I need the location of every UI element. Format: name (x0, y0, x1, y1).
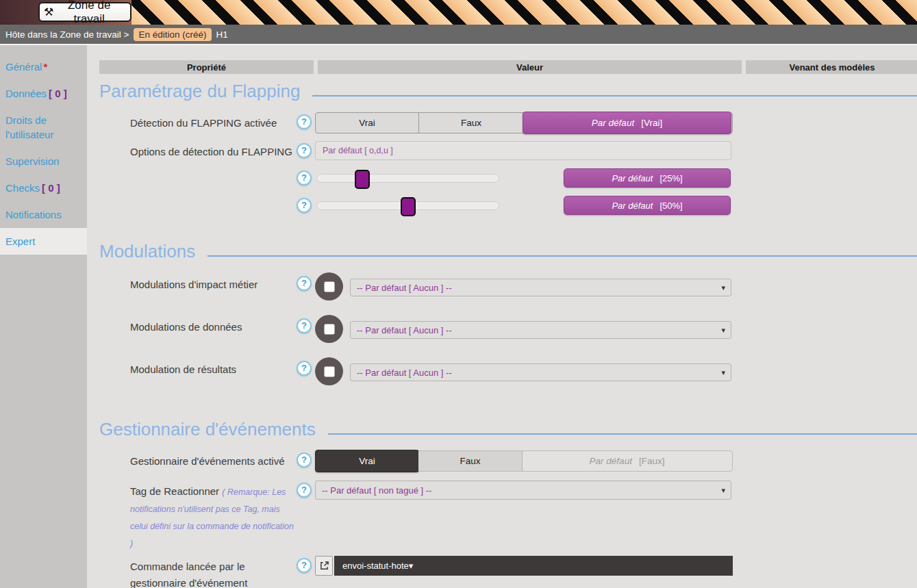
toggle-option-default-selected[interactable]: Par défaut [Vrai] (523, 112, 731, 134)
section-title: Paramétrage du Flapping (99, 81, 300, 101)
row-modulation-impact: Modulations d'impact métier ? -- Par déf… (130, 274, 917, 301)
modulation-picker-button[interactable] (315, 272, 343, 301)
field-label: Modulations de données (130, 316, 297, 335)
chevron-down-icon: ▾ (721, 368, 725, 377)
section-divider (208, 255, 917, 257)
modulation-impact-select[interactable]: -- Par défaut [ Aucun ] -- ▾ (350, 279, 731, 296)
sidebar-item-label: Droits de l'utilisateur (5, 114, 53, 140)
external-link-icon (320, 561, 329, 570)
default-label: Par défaut (612, 173, 653, 183)
help-icon[interactable]: ? (297, 558, 312, 573)
toggle-option-faux[interactable]: Faux (418, 451, 523, 471)
row-flapping-options: Options de détection du FLAPPING ? (130, 141, 917, 160)
row-flapping-detection: Détection du FLAPPING activée ? Vrai Fau… (130, 112, 917, 133)
slider-track[interactable] (316, 174, 499, 183)
help-icon[interactable]: ? (297, 198, 312, 213)
count-badge: [ 0 ] (49, 88, 67, 99)
chevron-down-icon: ▾ (721, 326, 725, 335)
section-modulations: Modulations (99, 241, 917, 261)
row-modulation-resultats: Modulation de résultats ? -- Par défaut … (130, 359, 917, 385)
default-label: Par défaut (612, 201, 653, 211)
sidebar-item-label: Général (5, 61, 42, 73)
status-badge: En édition (créé) (134, 28, 211, 41)
column-header-templates: Venant des modèles (746, 60, 917, 74)
slider-handle[interactable] (401, 197, 416, 216)
help-icon[interactable]: ? (297, 114, 312, 129)
breadcrumb-path[interactable]: Hôte dans la Zone de travail > (5, 29, 129, 40)
field-label-empty (130, 196, 297, 199)
hazard-stripe-banner: ⚒ Zone de travail (0, 0, 917, 25)
help-icon[interactable]: ? (297, 170, 312, 186)
row-flapping-low-threshold: ? Par défaut [25%] (130, 168, 917, 188)
default-25-button[interactable]: Par défaut [25%] (564, 168, 731, 188)
help-icon[interactable]: ? (297, 452, 312, 468)
toggle-option-vrai[interactable]: Vrai (316, 113, 419, 133)
sidebar-item-expert[interactable]: Expert (0, 228, 87, 255)
modulation-picker-button[interactable] (315, 357, 343, 385)
field-label: Tag de Reactionner ( Remarque: Les notif… (130, 481, 297, 552)
field-label-text: Tag de Reactionner (130, 485, 219, 497)
section-title: Modulations (99, 241, 195, 261)
tools-icon: ⚒ (44, 5, 53, 18)
sidebar-item-label: Expert (5, 235, 35, 247)
field-label-empty (130, 168, 297, 171)
breadcrumb: Hôte dans la Zone de travail > En éditio… (0, 25, 917, 45)
workspace-button-label: Zone de travail (55, 0, 123, 26)
sidebar-item-notifications[interactable]: Notifications (0, 201, 87, 228)
event-handler-command-select[interactable]: envoi-statut-hote ▾ (334, 556, 733, 576)
column-header-property: Propriété (99, 60, 314, 74)
section-divider (312, 95, 917, 97)
square-icon (324, 324, 334, 334)
sidebar-item-supervision[interactable]: Supervision (0, 148, 87, 175)
toggle-option-default[interactable]: Par défaut [Faux] (523, 451, 731, 471)
field-label: Modulations d'impact métier (130, 274, 297, 293)
modulation-donnees-select[interactable]: -- Par défaut [ Aucun ] -- ▾ (350, 321, 731, 339)
help-icon[interactable]: ? (297, 318, 312, 333)
select-value: -- Par défaut [ Aucun ] -- (357, 283, 452, 293)
section-flapping: Paramétrage du Flapping (99, 81, 917, 101)
sidebar-item-label: Supervision (5, 155, 59, 167)
sidebar-item-donnees[interactable]: Données[ 0 ] (0, 80, 87, 107)
row-event-handler-command: Commande lancée par le gestionnaire d'év… (130, 556, 917, 588)
field-label: Détection du FLAPPING activée (130, 112, 297, 131)
workspace-button[interactable]: ⚒ Zone de travail (38, 2, 131, 22)
square-icon (324, 366, 334, 376)
sidebar: Général* Données[ 0 ] Droits de l'utilis… (0, 45, 87, 588)
help-icon[interactable]: ? (297, 483, 312, 498)
sidebar-item-general[interactable]: Général* (0, 53, 87, 80)
default-value: [Faux] (639, 456, 665, 466)
square-icon (324, 281, 334, 292)
default-50-button[interactable]: Par défaut [50%] (564, 196, 731, 215)
help-icon[interactable]: ? (297, 361, 312, 376)
sidebar-item-checks[interactable]: Checks[ 0 ] (0, 175, 87, 201)
section-title: Gestionnaire d'événements (99, 419, 316, 439)
open-command-button[interactable] (315, 556, 333, 576)
modulation-resultats-select[interactable]: -- Par défaut [ Aucun ] -- ▾ (350, 363, 731, 381)
reactionner-tag-select[interactable]: -- Par défaut [ non tagué ] -- ▾ (315, 481, 731, 500)
count-badge: [ 0 ] (42, 182, 60, 194)
row-modulation-donnees: Modulations de données ? -- Par défaut [… (130, 316, 917, 343)
high-threshold-slider (316, 196, 499, 215)
chevron-down-icon: ▾ (721, 283, 725, 292)
select-value: -- Par défaut [ Aucun ] -- (357, 325, 452, 335)
toggle-option-vrai-selected[interactable]: Vrai (315, 450, 419, 472)
flapping-options-input[interactable] (315, 141, 731, 160)
sidebar-item-droits-utilisateur[interactable]: Droits de l'utilisateur (0, 107, 87, 148)
field-label: Gestionnaire d'événements activé (130, 450, 297, 470)
row-reactionner-tag: Tag de Reactionner ( Remarque: Les notif… (130, 481, 917, 552)
row-flapping-high-threshold: ? Par défaut [50%] (130, 196, 917, 215)
main-panel: Propriété Valeur Venant des modèles Para… (87, 45, 917, 588)
chevron-down-icon: ▾ (409, 561, 414, 571)
slider-handle[interactable] (355, 170, 370, 189)
select-value: -- Par défaut [ Aucun ] -- (357, 368, 452, 378)
select-value: -- Par défaut [ non tagué ] -- (322, 485, 431, 496)
tristate-toggle-event-handler: Vrai Faux Par défaut [Faux] (315, 450, 733, 472)
field-label: Modulation de résultats (130, 359, 297, 378)
help-icon[interactable]: ? (297, 276, 312, 291)
modulation-picker-button[interactable] (315, 315, 343, 343)
help-icon[interactable]: ? (297, 143, 312, 158)
field-label: Commande lancée par le gestionnaire d'év… (130, 556, 297, 588)
toggle-option-faux[interactable]: Faux (419, 113, 523, 133)
select-value: envoi-statut-hote (342, 561, 409, 571)
sidebar-item-label: Checks (5, 182, 40, 194)
